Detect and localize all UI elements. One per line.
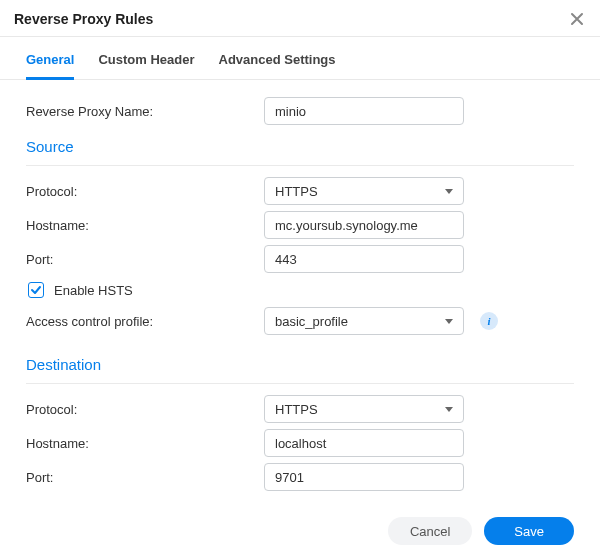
tab-general[interactable]: General (26, 38, 74, 80)
name-input[interactable] (264, 97, 464, 125)
row-destination-protocol: Protocol: HTTPS (26, 392, 574, 426)
label-protocol: Protocol: (26, 396, 264, 423)
tab-custom-header[interactable]: Custom Header (98, 38, 194, 80)
tab-bar: General Custom Header Advanced Settings (0, 37, 600, 80)
save-button[interactable]: Save (484, 517, 574, 545)
row-source-port: Port: (26, 242, 574, 276)
cancel-button[interactable]: Cancel (388, 517, 472, 545)
row-destination-hostname: Hostname: (26, 426, 574, 460)
row-destination-port: Port: (26, 460, 574, 494)
access-profile-value: basic_profile (275, 314, 348, 329)
chevron-down-icon (445, 319, 453, 324)
close-icon[interactable] (568, 10, 586, 28)
row-source-protocol: Protocol: HTTPS (26, 174, 574, 208)
source-port-input[interactable] (264, 245, 464, 273)
label-access-profile: Access control profile: (26, 308, 264, 335)
chevron-down-icon (445, 407, 453, 412)
source-hostname-input[interactable] (264, 211, 464, 239)
titlebar: Reverse Proxy Rules (0, 0, 600, 37)
row-source-hostname: Hostname: (26, 208, 574, 242)
footer: Cancel Save (0, 505, 600, 557)
section-source-title: Source (26, 128, 574, 161)
destination-protocol-value: HTTPS (275, 402, 318, 417)
destination-protocol-select[interactable]: HTTPS (264, 395, 464, 423)
label-hostname: Hostname: (26, 212, 264, 239)
label-hostname: Hostname: (26, 430, 264, 457)
label-port: Port: (26, 246, 264, 273)
window-title: Reverse Proxy Rules (14, 11, 153, 27)
source-protocol-value: HTTPS (275, 184, 318, 199)
chevron-down-icon (445, 189, 453, 194)
destination-port-input[interactable] (264, 463, 464, 491)
tab-advanced-settings[interactable]: Advanced Settings (219, 38, 336, 80)
destination-hostname-input[interactable] (264, 429, 464, 457)
section-separator (26, 165, 574, 166)
section-separator (26, 383, 574, 384)
info-icon[interactable]: i (480, 312, 498, 330)
source-protocol-select[interactable]: HTTPS (264, 177, 464, 205)
row-access-profile: Access control profile: basic_profile i (26, 304, 574, 338)
row-enable-hsts: Enable HSTS (26, 276, 574, 304)
row-name: Reverse Proxy Name: (26, 94, 574, 128)
enable-hsts-checkbox[interactable] (28, 282, 44, 298)
enable-hsts-label: Enable HSTS (54, 283, 133, 298)
label-port: Port: (26, 464, 264, 491)
section-destination-title: Destination (26, 338, 574, 379)
label-protocol: Protocol: (26, 178, 264, 205)
label-name: Reverse Proxy Name: (26, 98, 264, 125)
form-content: Reverse Proxy Name: Source Protocol: HTT… (0, 94, 600, 494)
access-profile-select[interactable]: basic_profile (264, 307, 464, 335)
